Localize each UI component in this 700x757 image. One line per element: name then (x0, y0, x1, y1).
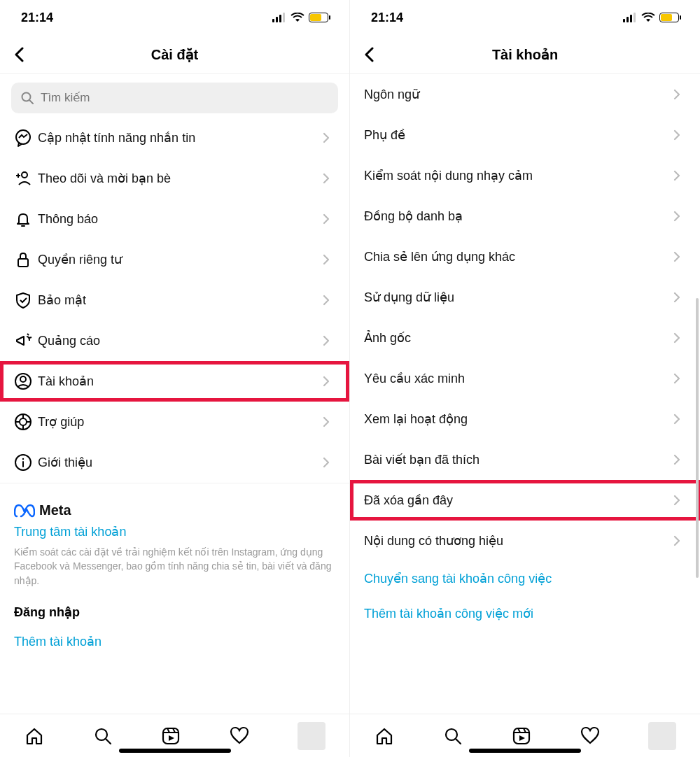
row-label: Ngôn ngữ (364, 87, 673, 102)
chevron-right-icon (323, 416, 335, 427)
signal-icon (623, 13, 637, 22)
messenger-icon (14, 129, 38, 147)
wifi-icon (641, 13, 655, 22)
settings-content: Cập nhật tính năng nhắn tinTheo dõi và m… (0, 74, 349, 714)
meta-logo: Meta (14, 502, 335, 518)
svg-line-36 (456, 739, 461, 744)
settings-row-info[interactable]: Giới thiệu (0, 442, 349, 483)
bell-icon (14, 210, 38, 228)
search-icon (443, 726, 463, 746)
row-label: Tài khoản (38, 374, 323, 389)
account-action-link[interactable]: Thêm tài khoản công việc mới (350, 596, 700, 631)
chevron-right-icon (323, 173, 335, 184)
account-row[interactable]: Kiểm soát nội dung nhạy cảm (350, 155, 700, 196)
row-label: Trợ giúp (38, 414, 323, 430)
svg-rect-37 (514, 728, 529, 744)
account-row[interactable]: Ngôn ngữ (350, 74, 700, 115)
home-indicator (469, 749, 581, 753)
tab-reels[interactable] (511, 726, 532, 747)
megaphone-icon (14, 332, 38, 350)
reels-icon (161, 726, 181, 746)
svg-point-7 (22, 172, 27, 178)
nav-header: Tài khoản (350, 35, 700, 74)
svg-rect-34 (634, 13, 636, 22)
account-row[interactable]: Chia sẻ lên ứng dụng khác (350, 236, 700, 277)
svg-rect-32 (626, 17, 629, 22)
chevron-right-icon (323, 457, 335, 468)
row-label: Chia sẻ lên ứng dụng khác (364, 249, 673, 264)
chevron-right-icon (323, 376, 335, 387)
tab-home[interactable] (374, 726, 395, 747)
svg-rect-27 (163, 728, 178, 744)
shield-icon (14, 291, 38, 309)
search-input[interactable] (41, 91, 328, 105)
tab-search[interactable] (442, 726, 463, 747)
tab-activity[interactable] (580, 726, 601, 747)
tab-search[interactable] (92, 726, 113, 747)
chevron-right-icon (323, 213, 335, 225)
chevron-left-icon (14, 47, 24, 62)
search-box[interactable] (11, 83, 338, 113)
lock-icon (14, 250, 38, 269)
back-button[interactable] (358, 44, 379, 65)
back-button[interactable] (8, 44, 29, 65)
nav-header: Cài đặt (0, 35, 349, 74)
svg-line-12 (27, 334, 29, 335)
meta-icon (14, 504, 35, 518)
row-label: Ảnh gốc (364, 330, 673, 346)
account-row[interactable]: Bài viết bạn đã thích (350, 439, 700, 480)
account-row[interactable]: Đã xóa gần đây (350, 480, 700, 521)
svg-point-15 (20, 376, 26, 382)
settings-row-account[interactable]: Tài khoản (0, 361, 349, 402)
settings-row-add-person[interactable]: Theo dõi và mời bạn bè (0, 158, 349, 199)
account-action-link[interactable]: Chuyển sang tài khoản công việc (350, 561, 700, 596)
account-row[interactable]: Xem lại hoạt động (350, 399, 700, 439)
settings-row-help[interactable]: Trợ giúp (0, 402, 349, 442)
settings-row-shield[interactable]: Bảo mật (0, 280, 349, 320)
account-links: Chuyển sang tài khoản công việcThêm tài … (350, 561, 700, 631)
tab-reels[interactable] (160, 726, 181, 747)
account-row[interactable]: Nội dung có thương hiệu (350, 521, 700, 561)
add-person-icon (14, 169, 38, 188)
chevron-right-icon (673, 535, 686, 546)
status-bar: 21:14 (350, 0, 700, 35)
tab-profile[interactable] (298, 722, 326, 750)
settings-row-megaphone[interactable]: Quảng cáo (0, 320, 349, 361)
account-icon (14, 372, 38, 390)
settings-row-bell[interactable]: Thông báo (0, 199, 349, 239)
chevron-right-icon (323, 132, 335, 143)
chevron-left-icon (364, 47, 374, 62)
row-label: Xem lại hoạt động (364, 411, 673, 427)
meta-section: Meta Trung tâm tài khoản Kiểm soát các c… (0, 493, 349, 590)
add-account-link[interactable]: Thêm tài khoản (0, 624, 349, 659)
account-row[interactable]: Ảnh gốc (350, 318, 700, 358)
account-list: Ngôn ngữPhụ đềKiểm soát nội dung nhạy cả… (350, 74, 700, 561)
account-row[interactable]: Yêu cầu xác minh (350, 358, 700, 399)
row-label: Sử dụng dữ liệu (364, 290, 673, 305)
tab-activity[interactable] (229, 726, 250, 747)
row-label: Quảng cáo (38, 333, 323, 348)
svg-rect-11 (18, 259, 28, 267)
chevron-right-icon (673, 129, 686, 141)
account-row[interactable]: Đồng bộ danh bạ (350, 196, 700, 236)
svg-point-17 (20, 418, 27, 425)
settings-row-lock[interactable]: Quyền riêng tư (0, 239, 349, 280)
tab-home[interactable] (24, 726, 45, 747)
scrollbar[interactable] (696, 298, 699, 578)
info-icon (14, 453, 38, 472)
accounts-center-link[interactable]: Trung tâm tài khoản (14, 524, 335, 539)
settings-row-messenger[interactable]: Cập nhật tính năng nhắn tin (0, 118, 349, 158)
account-row[interactable]: Phụ đề (350, 115, 700, 155)
heart-icon (580, 726, 600, 746)
row-label: Theo dõi và mời bạn bè (38, 171, 323, 186)
row-label: Bảo mật (38, 292, 323, 308)
tab-profile[interactable] (648, 722, 676, 750)
status-bar: 21:14 (0, 0, 349, 35)
page-title: Tài khoản (492, 46, 558, 63)
page-title: Cài đặt (151, 46, 199, 63)
account-content: Ngôn ngữPhụ đềKiểm soát nội dung nhạy cả… (350, 74, 700, 714)
chevron-right-icon (673, 413, 686, 425)
svg-point-23 (22, 458, 24, 460)
account-row[interactable]: Sử dụng dữ liệu (350, 277, 700, 318)
svg-line-13 (29, 337, 31, 338)
